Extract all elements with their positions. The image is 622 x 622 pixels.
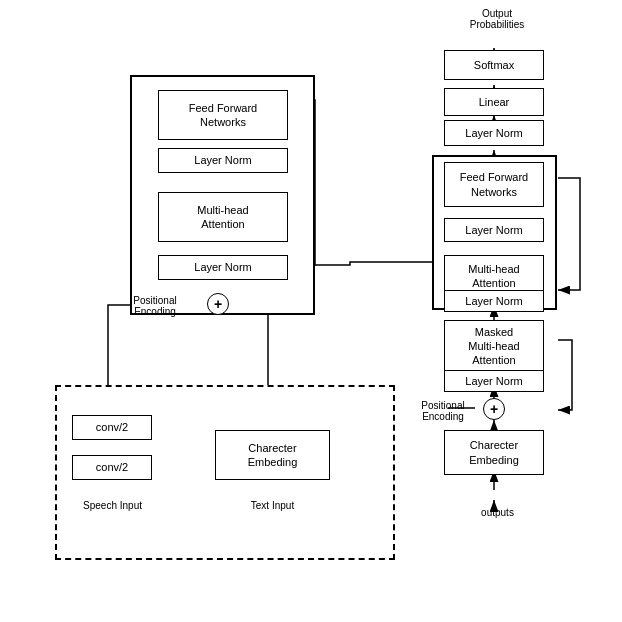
decoder-char-embed-label: CharecterEmbeding xyxy=(469,438,519,467)
encoder-conv1-label: conv/2 xyxy=(96,420,128,434)
encoder-multi-head-box: Multi-headAttention xyxy=(158,192,288,242)
decoder-masked-multi-head-box: MaskedMulti-headAttention xyxy=(444,320,544,372)
decoder-circle-plus: + xyxy=(483,398,505,420)
encoder-layer-norm-top-box: Layer Norm xyxy=(158,148,288,173)
decoder-positional-encoding-label: PositionalEncoding xyxy=(398,400,488,422)
decoder-feed-forward-box: Feed ForwardNetworks xyxy=(444,162,544,207)
encoder-positional-encoding-label: PositionalEncoding xyxy=(110,295,200,317)
decoder-layer-norm-3-label: Layer Norm xyxy=(465,294,522,308)
encoder-layer-norm-top-label: Layer Norm xyxy=(194,153,251,167)
decoder-layer-norm-3-box: Layer Norm xyxy=(444,290,544,312)
encoder-feed-forward-box: Feed ForwardNetworks xyxy=(158,90,288,140)
encoder-char-embed-box: CharecterEmbeding xyxy=(215,430,330,480)
encoder-conv1-box: conv/2 xyxy=(72,415,152,440)
encoder-layer-norm-bottom-box: Layer Norm xyxy=(158,255,288,280)
decoder-layer-norm-top-box: Layer Norm xyxy=(444,120,544,146)
decoder-linear-box: Linear xyxy=(444,88,544,116)
encoder-layer-norm-bottom-label: Layer Norm xyxy=(194,260,251,274)
outputs-label: outputs xyxy=(470,507,525,518)
decoder-layer-norm-2-label: Layer Norm xyxy=(465,223,522,237)
decoder-linear-label: Linear xyxy=(479,95,510,109)
decoder-char-embed-box: CharecterEmbeding xyxy=(444,430,544,475)
decoder-masked-multi-head-label: MaskedMulti-headAttention xyxy=(468,325,519,368)
output-probabilities-label: OutputProbabilities xyxy=(452,8,542,30)
decoder-softmax-label: Softmax xyxy=(474,58,514,72)
decoder-layer-norm-4-box: Layer Norm xyxy=(444,370,544,392)
encoder-multi-head-label: Multi-headAttention xyxy=(197,203,248,232)
decoder-layer-norm-top-label: Layer Norm xyxy=(465,126,522,140)
text-input-label: Text Input xyxy=(230,500,315,511)
decoder-feed-forward-label: Feed ForwardNetworks xyxy=(460,170,528,199)
decoder-multi-head-label: Multi-headAttention xyxy=(468,262,519,291)
decoder-layer-norm-2-box: Layer Norm xyxy=(444,218,544,242)
speech-input-label: Speech Input xyxy=(65,500,160,511)
encoder-conv2-label: conv/2 xyxy=(96,460,128,474)
encoder-circle-plus: + xyxy=(207,293,229,315)
decoder-softmax-box: Softmax xyxy=(444,50,544,80)
encoder-conv2-box: conv/2 xyxy=(72,455,152,480)
encoder-feed-forward-label: Feed ForwardNetworks xyxy=(189,101,257,130)
decoder-layer-norm-4-label: Layer Norm xyxy=(465,374,522,388)
encoder-char-embed-label: CharecterEmbeding xyxy=(248,441,298,470)
